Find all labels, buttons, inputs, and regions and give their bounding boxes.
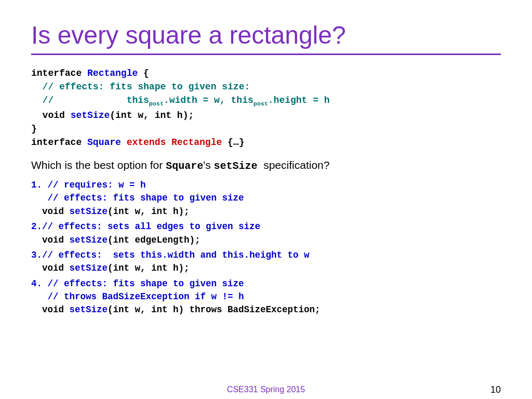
- code-line-1: interface Rectangle {: [31, 66, 501, 80]
- code-line-3: // thispost.width = w, thispost.height =…: [31, 94, 501, 109]
- slide-title: Is every square a rectangle?: [31, 21, 501, 49]
- interface-code: interface Rectangle { // effects: fits s…: [31, 66, 501, 149]
- question-prose: Which is the best option for Square's se…: [31, 157, 501, 174]
- footer-page: 10: [490, 384, 501, 395]
- code-line-6: interface Square extends Rectangle {…}: [31, 136, 501, 149]
- title-divider: [31, 54, 501, 55]
- code-line-5: }: [31, 122, 501, 136]
- option-3: 3.// effects: sets this.width and this.h…: [31, 249, 501, 275]
- code-line-2: // effects: fits shape to given size:: [31, 80, 501, 94]
- option-4: 4. // effects: fits shape to given size …: [31, 277, 501, 317]
- footer-course: CSE331 Spring 2015: [227, 385, 305, 394]
- code-line-4: void setSize(int w, int h);: [31, 109, 501, 122]
- option-2: 2.// effects: sets all edges to given si…: [31, 220, 501, 247]
- option-1: 1. // requires: w = h // effects: fits s…: [31, 179, 501, 218]
- slide: Is every square a rectangle? interface R…: [0, 0, 532, 399]
